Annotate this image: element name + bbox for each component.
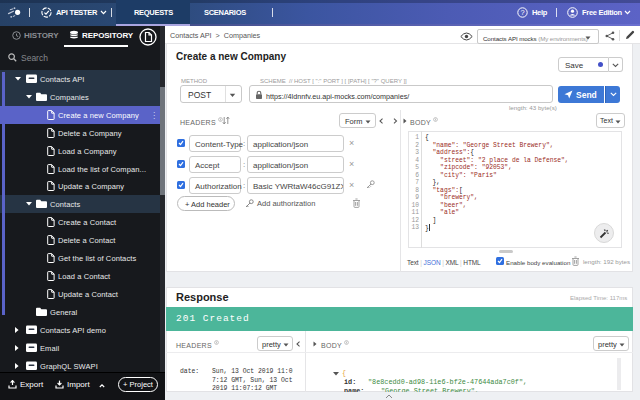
svg-text:?: ? [520, 8, 524, 17]
